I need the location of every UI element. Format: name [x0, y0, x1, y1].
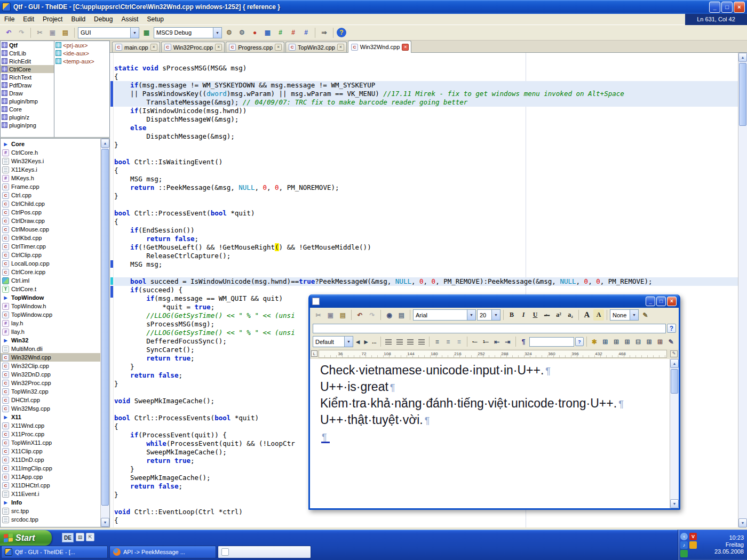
copy-icon[interactable]: ▣	[47, 27, 58, 38]
index-entry-field[interactable]	[529, 337, 574, 347]
file-item[interactable]: CCtrlTimer.cpp	[1, 242, 100, 251]
aux-package-item[interactable]: <prj-aux>	[54, 41, 109, 49]
file-item[interactable]: CX11Proc.cpp	[1, 430, 100, 438]
file-item[interactable]: CTopWindow.cpp	[1, 310, 100, 319]
spell-check-icon[interactable]: ✎	[640, 309, 651, 321]
main-package-combo[interactable]: GUI ▼	[78, 27, 139, 38]
insert-table-icon[interactable]: ⊞	[600, 336, 610, 347]
file-item[interactable]: TCtrlCore.t	[1, 285, 100, 293]
underline-button[interactable]: U	[530, 309, 541, 321]
paste-icon[interactable]: ▤	[337, 309, 348, 321]
file-item[interactable]: MultiMon.dli	[1, 345, 100, 353]
menu-project[interactable]: Project	[38, 14, 67, 24]
file-item[interactable]: src.tpp	[1, 507, 100, 515]
index-help-button[interactable]: ?	[575, 337, 583, 346]
menu-assist[interactable]: Assist	[117, 14, 142, 24]
menu-setup[interactable]: Setup	[142, 14, 168, 24]
package-item[interactable]: PdfDraw	[1, 81, 54, 89]
package-item[interactable]: plugin/z	[1, 113, 54, 121]
editor-scrollbar[interactable]: ▲ ▼	[738, 53, 747, 527]
minimize-button[interactable]: _	[646, 297, 655, 306]
file-item[interactable]: X11Event.i	[1, 490, 100, 498]
tab-close-icon[interactable]: ×	[150, 44, 157, 51]
file-item[interactable]: CDHCtrl.cpp	[1, 396, 100, 404]
table-split-cells-icon[interactable]: ⊞	[644, 336, 654, 347]
numbered-list-icon[interactable]: 1—	[481, 336, 491, 347]
file-item[interactable]: CCtrlClip.cpp	[1, 251, 100, 259]
richedit-scrollbar[interactable]: ▲ ▼	[670, 359, 679, 508]
package-item[interactable]: RichEdit	[1, 57, 54, 65]
file-item[interactable]: CX11ImgClip.cpp	[1, 464, 100, 473]
tab-topwin32.cpp[interactable]: CTopWin32.cpp×	[285, 42, 347, 52]
file-item[interactable]: CFrame.cpp	[1, 182, 100, 191]
menu-file[interactable]: File	[0, 14, 19, 24]
file-list-scrollbar[interactable]: ▲ ▼	[100, 139, 109, 527]
line-spacing-double-icon[interactable]: ≡	[454, 336, 464, 347]
undo-icon[interactable]: ↶	[3, 27, 14, 38]
file-item[interactable]: srcdoc.tpp	[1, 515, 100, 524]
scroll-up-button[interactable]: ▲	[738, 53, 747, 62]
redo-icon[interactable]: ↷	[367, 309, 378, 321]
file-item[interactable]: CCtrlChild.cpp	[1, 199, 100, 208]
taskbar-button[interactable]: Qtf - GUI - TheIDE - [...	[1, 546, 108, 558]
file-item[interactable]: CCtrlPos.cpp	[1, 208, 100, 217]
table-add-col-icon[interactable]: ⊞	[622, 336, 632, 347]
paragraph-marks-icon[interactable]: ¶	[519, 336, 529, 347]
ruler-settings-icon[interactable]: ✎	[670, 350, 678, 357]
scroll-down-button[interactable]: ▼	[670, 499, 679, 508]
menu-edit[interactable]: Edit	[19, 14, 38, 24]
table-properties-icon[interactable]: ⊞	[655, 336, 665, 347]
bullet-list-icon[interactable]: •—	[470, 336, 480, 347]
tray-network-icon[interactable]	[680, 550, 688, 557]
close-button[interactable]: ×	[734, 2, 745, 13]
tray-update-icon[interactable]	[689, 541, 697, 549]
package-item[interactable]: plugin/bmp	[1, 97, 54, 105]
aux-package-item[interactable]: <temp-aux>	[54, 57, 109, 65]
file-item[interactable]: #MKeys.h	[1, 174, 100, 182]
font-color-button[interactable]: A	[582, 309, 592, 321]
run-options-icon[interactable]: ⇒	[319, 27, 330, 38]
menu-debug[interactable]: Debug	[90, 14, 117, 24]
richedit-title-bar[interactable]: _ □ ×	[310, 294, 679, 308]
cut-icon[interactable]: ✂	[34, 27, 45, 38]
redo-icon[interactable]: ↷	[16, 27, 27, 38]
paragraph-style-combo[interactable]: Default▼	[313, 336, 353, 347]
package-item[interactable]: Qtf	[1, 41, 54, 49]
tray-volume-icon[interactable]: ♪	[680, 541, 688, 549]
package-organizer-icon[interactable]: ▦	[141, 27, 152, 38]
file-item[interactable]: X11Keys.i	[1, 165, 100, 174]
minimize-button[interactable]: _	[709, 2, 720, 13]
file-item[interactable]: CCtrlKbd.cpp	[1, 234, 100, 242]
file-item[interactable]: Ctrl.iml	[1, 276, 100, 285]
package-item[interactable]: Draw	[1, 89, 54, 97]
title-bar[interactable]: Qtf - GUI - TheIDE - [C:\upp\uppsrc\Ctrl…	[0, 0, 747, 14]
subscript-button[interactable]: a₂	[565, 309, 576, 321]
superscript-button[interactable]: a²	[553, 309, 564, 321]
indent-icon[interactable]: ⇥	[503, 336, 513, 347]
scroll-up-button[interactable]: ▲	[101, 139, 109, 148]
font-family-combo[interactable]: Arial▼	[413, 309, 476, 321]
file-item[interactable]: CTopWin32.cpp	[1, 387, 100, 396]
quick-launch-desktop-icon[interactable]: ⇱	[86, 533, 94, 541]
package-icon[interactable]: ▦	[262, 27, 273, 38]
file-item[interactable]: CX11App.cpp	[1, 473, 100, 481]
style-prev-button[interactable]: ◀	[354, 336, 361, 347]
align-center-button[interactable]	[394, 336, 404, 347]
find-in-files-icon[interactable]: #	[300, 27, 312, 38]
chevron-down-icon[interactable]: ▼	[630, 310, 638, 320]
package-item[interactable]: plugin/png	[1, 121, 54, 129]
file-item[interactable]: CCtrlMouse.cpp	[1, 225, 100, 234]
align-left-button[interactable]	[384, 336, 394, 347]
file-item[interactable]: CWin32Wnd.cpp	[1, 353, 100, 362]
file-group[interactable]: ▶TopWindow	[1, 293, 100, 302]
package-item[interactable]: CtrlLib	[1, 49, 54, 57]
errors-icon[interactable]: #	[288, 27, 299, 38]
taskbar-button[interactable]	[218, 546, 311, 558]
chevron-down-icon[interactable]: ▼	[130, 28, 139, 38]
outdent-icon[interactable]: ⇤	[492, 336, 502, 347]
file-item[interactable]: Win32Keys.i	[1, 157, 100, 165]
build-icon[interactable]: ⚙	[224, 27, 235, 38]
ruler-band[interactable]: 3672108144180216252288324360396432468	[319, 350, 667, 358]
file-item[interactable]: #lay.h	[1, 319, 100, 327]
tab-close-icon[interactable]: ×	[215, 44, 222, 51]
